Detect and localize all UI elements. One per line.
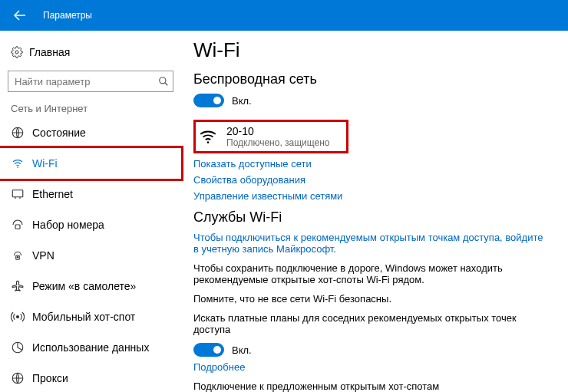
sidebar-item-vpn[interactable]: VPN (0, 240, 181, 271)
main-content: Wi-Fi Беспроводная сеть Вкл. 20-10 Подкл… (181, 31, 568, 392)
search-box-wrap (8, 71, 173, 92)
gear-icon (11, 46, 29, 58)
wifi-icon (11, 156, 32, 170)
back-arrow-icon (12, 8, 28, 23)
sidebar-item-dialup[interactable]: Набор номера (0, 209, 181, 240)
current-connection[interactable]: 20-10 Подключено, защищено (193, 120, 348, 153)
sidebar-item-label: Режим «в самолете» (32, 280, 136, 292)
sidebar-group-label: Сеть и Интернет (0, 103, 181, 117)
hotspot-icon (11, 310, 32, 324)
sidebar-item-hotspot[interactable]: Мобильный хот-спот (0, 301, 181, 332)
sidebar-item-ethernet[interactable]: Ethernet (0, 179, 181, 209)
services-text-2: Помните, что не все сети Wi-Fi безопасны… (193, 293, 548, 305)
svg-line-3 (165, 83, 168, 86)
link-manage-known-networks[interactable]: Управление известными сетями (193, 190, 548, 202)
search-icon (158, 76, 169, 87)
connection-status: Подключено, защищено (226, 137, 330, 148)
back-button[interactable] (0, 0, 40, 31)
svg-rect-6 (12, 190, 23, 197)
sidebar-item-proxy[interactable]: Прокси (0, 363, 181, 392)
dialup-icon (11, 218, 32, 232)
services-heading: Службы Wi-Fi (193, 209, 548, 226)
titlebar-label: Параметры (43, 10, 92, 21)
svg-point-11 (17, 257, 18, 259)
services-text-4: Подключение к предложенным открытым хот-… (193, 380, 548, 392)
sidebar-item-wifi[interactable]: Wi-Fi (0, 148, 181, 179)
connection-ssid: 20-10 (226, 125, 330, 137)
sidebar-item-label: Состояние (32, 127, 86, 139)
services-toggle-row: Вкл. (193, 343, 548, 357)
wireless-toggle-label: Вкл. (232, 95, 252, 107)
paid-plans-toggle-label: Вкл. (232, 344, 252, 356)
vpn-icon (11, 249, 32, 262)
sidebar-item-airplane[interactable]: Режим «в самолете» (0, 271, 181, 301)
services-text-1: Чтобы сохранить подключение в дороге, Wi… (193, 262, 548, 285)
sidebar-home[interactable]: Главная (0, 38, 181, 66)
link-hardware-properties[interactable]: Свойства оборудования (193, 174, 548, 186)
page-title: Wi-Fi (193, 38, 548, 62)
data-usage-icon (11, 341, 32, 354)
sidebar-item-label: Прокси (32, 372, 68, 384)
svg-point-1 (15, 51, 18, 54)
titlebar: Параметры (0, 0, 568, 31)
sidebar-item-status[interactable]: Состояние (0, 117, 181, 148)
svg-point-5 (17, 167, 18, 169)
wireless-toggle-row: Вкл. (193, 94, 548, 107)
svg-point-15 (207, 141, 210, 143)
svg-point-12 (17, 316, 19, 318)
ethernet-icon (11, 187, 32, 201)
sidebar-home-label: Главная (29, 46, 70, 58)
sidebar-item-label: Набор номера (32, 219, 104, 231)
airplane-icon (11, 279, 32, 293)
sidebar-item-label: Использование данных (32, 341, 149, 354)
sidebar-item-label: Ethernet (32, 188, 73, 200)
search-input[interactable] (8, 71, 173, 92)
wireless-toggle[interactable] (193, 94, 224, 107)
sidebar-item-label: VPN (32, 249, 54, 262)
svg-rect-9 (15, 225, 20, 229)
globe-icon (11, 126, 32, 140)
sidebar-item-label: Wi-Fi (32, 157, 58, 170)
wifi-signal-icon (196, 127, 220, 147)
wireless-heading: Беспроводная сеть (193, 71, 548, 87)
proxy-icon (11, 371, 32, 385)
link-more[interactable]: Подробнее (193, 361, 548, 373)
sidebar-item-label: Мобильный хот-спот (32, 311, 135, 323)
sidebar-item-datausage[interactable]: Использование данных (0, 332, 181, 363)
paid-plans-toggle[interactable] (193, 343, 224, 357)
sidebar: Главная Сеть и Интернет Состояние Wi-Fi (0, 31, 181, 392)
link-show-available-networks[interactable]: Показать доступные сети (193, 158, 548, 170)
services-text-3: Искать платные планы для соседних рекоме… (193, 312, 548, 335)
link-signin-prompt[interactable]: Чтобы подключиться к рекомендуемым откры… (193, 232, 548, 255)
svg-point-2 (160, 77, 166, 84)
